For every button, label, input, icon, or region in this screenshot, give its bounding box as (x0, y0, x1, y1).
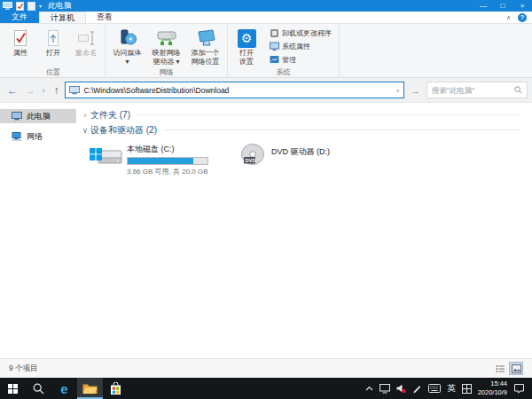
manage-button[interactable]: 管理 (267, 54, 334, 66)
group-label-location: 位置 (4, 66, 102, 79)
map-network-drive-button[interactable]: 映射网络 驱动器 ▾ (147, 26, 185, 66)
title-bar: ▾ 此电脑 — □ × (0, 0, 532, 12)
window-title: 此电脑 (48, 1, 72, 12)
ribbon-right-controls: ∧ ? (506, 12, 532, 23)
details-view-button[interactable] (493, 362, 507, 375)
go-to-button[interactable]: → (407, 85, 424, 96)
thumbnail-view-icon (512, 364, 521, 373)
file-explorer-button[interactable] (77, 378, 103, 399)
group-header-folders[interactable]: › 文件夹 (7) (80, 107, 525, 122)
qat-new-folder-icon[interactable] (27, 2, 35, 11)
open-button[interactable]: 打开 (37, 26, 69, 66)
sidebar-item-network[interactable]: 网络 (0, 129, 76, 144)
drives-row: 本地磁盘 (C:) 3.66 GB 可用, 共 20.0 GB DVD (80, 137, 525, 176)
dvd-disc-label: DVD (246, 158, 256, 163)
uninstall-icon (270, 28, 279, 38)
add-network-location-icon (195, 28, 216, 48)
items-count: 9 个项目 (9, 364, 38, 374)
store-button[interactable] (103, 378, 129, 399)
address-bar[interactable]: ∨ (65, 82, 404, 98)
address-location-icon (69, 86, 80, 95)
action-center-button[interactable] (513, 383, 525, 394)
map-network-drive-icon (156, 28, 177, 48)
address-dropdown-icon[interactable]: ∨ (396, 87, 400, 93)
ribbon: 属性 打开 重命名 位置 (0, 24, 532, 78)
ime-mode-icon[interactable] (462, 384, 472, 394)
help-icon[interactable]: ? (518, 13, 527, 22)
collapse-ribbon-icon[interactable]: ∧ (506, 14, 511, 21)
search-box[interactable] (426, 82, 528, 98)
tab-computer[interactable]: 计算机 (39, 12, 86, 23)
access-media-button[interactable]: 访问媒体 ▾ (108, 26, 146, 66)
add-network-location-button[interactable]: 添加一个 网络位置 (186, 26, 224, 66)
access-media-icon (118, 28, 137, 48)
thumbnail-view-button[interactable] (509, 362, 523, 375)
recent-locations-dropdown[interactable]: ∨ (40, 87, 47, 93)
taskbar-clock[interactable]: 15:44 2020/10/9 (478, 379, 507, 397)
rename-button: 重命名 (70, 26, 102, 66)
close-button[interactable]: × (512, 0, 532, 12)
taskbar: e 英 (0, 378, 532, 399)
forward-button: → (23, 84, 37, 97)
properties-button[interactable]: 属性 (4, 26, 36, 66)
chevron-down-icon[interactable]: ∨ (80, 126, 90, 135)
details-view-icon (496, 364, 505, 373)
group-label-network: 网络 (108, 66, 224, 79)
back-button[interactable]: ← (4, 84, 20, 97)
chevron-up-icon (365, 386, 373, 391)
clock-time: 15:44 (478, 379, 507, 388)
touch-keyboard-icon[interactable] (428, 384, 441, 393)
action-center-icon (513, 383, 525, 394)
search-icon (33, 383, 44, 395)
taskbar-search-button[interactable] (26, 378, 51, 399)
drive-c-item[interactable]: 本地磁盘 (C:) 3.66 GB 可用, 共 20.0 GB (89, 143, 208, 176)
drive-d-item[interactable]: DVD DVD 驱动器 (D:) (239, 143, 330, 176)
search-input[interactable] (432, 86, 512, 95)
ribbon-group-system: ⚙ 打开 设置 卸载或更改程序 系统属性 管理 (228, 24, 340, 77)
sidebar-item-this-pc[interactable]: 此电脑 (0, 109, 76, 123)
view-toggles (493, 362, 523, 375)
volume-muted-icon[interactable] (396, 384, 406, 394)
maximize-button[interactable]: □ (493, 0, 512, 12)
group-header-devices[interactable]: ∨ 设备和驱动器 (2) (80, 122, 525, 137)
show-hidden-icons-button[interactable] (365, 386, 373, 391)
dvd-drive-icon: DVD (239, 143, 267, 169)
system-properties-button[interactable]: 系统属性 (267, 41, 334, 52)
quick-access-toolbar: ▾ (3, 2, 42, 11)
navigation-pane: 此电脑 网络 (0, 103, 76, 378)
tab-file[interactable]: 文件 (0, 12, 39, 23)
ribbon-group-location: 属性 打开 重命名 位置 (2, 24, 106, 77)
address-input[interactable] (83, 86, 392, 95)
this-pc-icon (12, 112, 22, 121)
windows-logo-icon (8, 384, 18, 394)
qat-customize-caret[interactable]: ▾ (39, 4, 42, 9)
start-button[interactable] (0, 378, 26, 399)
qat-properties-icon[interactable] (16, 2, 24, 11)
clock-date: 2020/10/9 (478, 388, 507, 397)
explorer-window: ▾ 此电脑 — □ × 文件 计算机 查看 ∧ ? 属性 (0, 0, 532, 399)
edge-icon: e (60, 382, 67, 395)
drive-d-name: DVD 驱动器 (D:) (271, 143, 330, 176)
drive-c-detail: 3.66 GB 可用, 共 20.0 GB (127, 167, 208, 176)
up-button[interactable]: ↑ (50, 84, 62, 97)
minimize-button[interactable]: — (473, 0, 493, 12)
tab-view[interactable]: 查看 (86, 12, 123, 23)
system-tray: 英 15:44 2020/10/9 (365, 378, 532, 399)
rename-icon (77, 28, 95, 48)
store-icon (110, 382, 121, 395)
uninstall-program-button[interactable]: 卸载或更改程序 (267, 27, 334, 39)
windows-ink-icon[interactable] (412, 384, 422, 394)
main-area: 此电脑 网络 › 文件夹 (7) ∨ 设备和驱动器 (2) (0, 103, 532, 378)
ime-language-indicator[interactable]: 英 (447, 383, 456, 395)
window-controls: — □ × (473, 0, 532, 12)
group-label-system: 系统 (231, 66, 336, 79)
open-settings-button[interactable]: ⚙ 打开 设置 (231, 26, 262, 66)
network-icon (12, 132, 22, 141)
edge-button[interactable]: e (51, 378, 77, 399)
network-status-icon[interactable] (379, 384, 390, 394)
local-disk-icon (89, 143, 122, 169)
chevron-right-icon[interactable]: › (80, 111, 90, 120)
search-icon (514, 86, 522, 94)
drive-c-usage-bar (127, 157, 208, 165)
properties-icon (12, 28, 28, 48)
